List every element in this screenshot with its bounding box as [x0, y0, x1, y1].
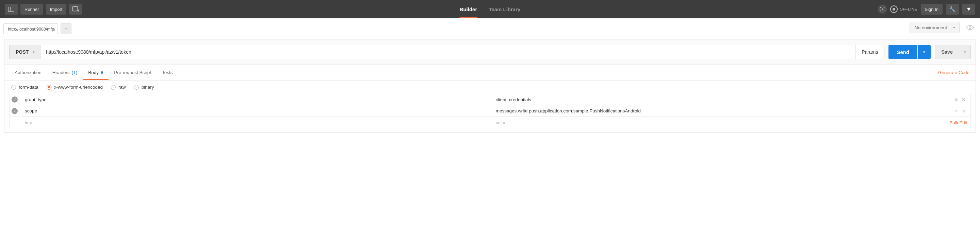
body-type-radios: form-data x-www-form-urlencoded raw bina…: [5, 81, 975, 94]
save-dropdown[interactable]: ▾: [959, 45, 971, 59]
import-button[interactable]: Import: [46, 4, 67, 14]
favorite-button[interactable]: ♥: [962, 4, 975, 14]
chevron-down-icon: ▾: [964, 50, 966, 54]
tab-authorization[interactable]: Authorization: [9, 66, 47, 80]
svg-point-9: [967, 25, 974, 30]
topbar-right: OFFLINE Sign In 🔧 ♥: [878, 4, 975, 14]
top-tabs: Builder Team Library: [460, 0, 520, 18]
param-value-input[interactable]: messages.write push.application.com.samp…: [491, 105, 950, 117]
param-value-input[interactable]: value: [491, 117, 950, 128]
table-row-new: ✓ key value Bulk Edit: [9, 117, 971, 128]
url-input[interactable]: [41, 45, 856, 59]
svg-point-10: [969, 27, 971, 28]
send-button[interactable]: Send: [888, 45, 917, 59]
svg-text:+: +: [77, 8, 79, 12]
param-key-input[interactable]: scope: [20, 105, 491, 117]
request-panel: POST ▾ Params Send ▾ Save ▾ Authorizatio…: [4, 39, 976, 133]
tab-builder[interactable]: Builder: [460, 0, 477, 18]
generate-code-link[interactable]: Generate Code: [938, 70, 971, 75]
row-enabled-check[interactable]: ✓: [11, 108, 18, 114]
settings-button[interactable]: 🔧: [946, 4, 959, 14]
dirty-dot-icon: [101, 71, 103, 74]
svg-point-8: [884, 11, 885, 11]
param-key-input[interactable]: key: [20, 117, 491, 128]
chevron-down-icon: ▾: [33, 50, 35, 54]
send-dropdown[interactable]: ▾: [918, 45, 931, 59]
row-delete-icon[interactable]: ✕: [962, 108, 966, 114]
row-handle-icon[interactable]: ≡: [955, 108, 958, 114]
tab-tests[interactable]: Tests: [156, 66, 178, 80]
radio-binary[interactable]: binary: [134, 85, 154, 90]
tab-prerequest[interactable]: Pre-request Script: [108, 66, 156, 80]
params-button[interactable]: Params: [856, 45, 885, 59]
bulk-edit-link[interactable]: Bulk Edit: [950, 120, 970, 125]
method-select[interactable]: POST ▾: [9, 45, 41, 59]
request-tab-bar: http://localhost:9080/mfp/ + No environm…: [0, 18, 980, 36]
radio-raw[interactable]: raw: [111, 85, 126, 90]
radio-urlencoded[interactable]: x-www-form-urlencoded: [47, 85, 103, 90]
radio-form-data[interactable]: form-data: [11, 85, 38, 90]
new-window-icon: +: [73, 6, 79, 12]
wrench-icon: 🔧: [949, 6, 956, 13]
request-line: POST ▾ Params Send ▾ Save ▾: [5, 40, 975, 65]
svg-point-4: [882, 8, 883, 10]
param-key-input[interactable]: grant_type: [20, 94, 491, 105]
toggle-sidebar-button[interactable]: [5, 4, 18, 14]
table-row: ✓ scope messages.write push.application.…: [9, 105, 971, 117]
request-tab[interactable]: http://localhost:9080/mfp/: [3, 24, 58, 34]
table-row: ✓ grant_type client_credentials ≡ ✕: [9, 94, 971, 105]
row-handle-icon[interactable]: ≡: [955, 97, 958, 102]
save-button[interactable]: Save: [935, 45, 959, 59]
add-request-tab[interactable]: +: [60, 24, 72, 34]
quick-look-button[interactable]: [964, 22, 976, 33]
row-delete-icon[interactable]: ✕: [962, 97, 966, 102]
chevron-down-icon: ▾: [923, 50, 925, 54]
environment-select[interactable]: No environment ▾: [910, 22, 959, 33]
eye-icon: [966, 25, 974, 30]
new-window-button[interactable]: +: [69, 4, 82, 14]
svg-point-6: [884, 7, 885, 8]
tab-headers[interactable]: Headers (1): [47, 66, 83, 80]
topbar: Runner Import + Builder Team Library OFF…: [0, 0, 980, 18]
heart-icon: ♥: [967, 6, 970, 13]
tab-team-library[interactable]: Team Library: [488, 0, 520, 18]
svg-point-7: [880, 11, 881, 11]
runner-button[interactable]: Runner: [21, 4, 43, 14]
offline-indicator: OFFLINE: [890, 5, 917, 13]
chevron-down-icon: ▾: [953, 25, 955, 30]
sidebar-icon: [8, 7, 14, 11]
section-tabs: Authorization Headers (1) Body Pre-reque…: [5, 65, 975, 81]
sign-in-button[interactable]: Sign In: [921, 4, 943, 14]
tab-body[interactable]: Body: [83, 66, 108, 80]
row-enabled-check[interactable]: ✓: [11, 97, 18, 103]
svg-point-5: [880, 7, 881, 8]
param-value-input[interactable]: client_credentials: [491, 94, 950, 105]
body-params-table: ✓ grant_type client_credentials ≡ ✕ ✓ sc…: [5, 94, 975, 133]
sync-status-icon[interactable]: [878, 5, 887, 14]
svg-rect-0: [8, 7, 14, 11]
